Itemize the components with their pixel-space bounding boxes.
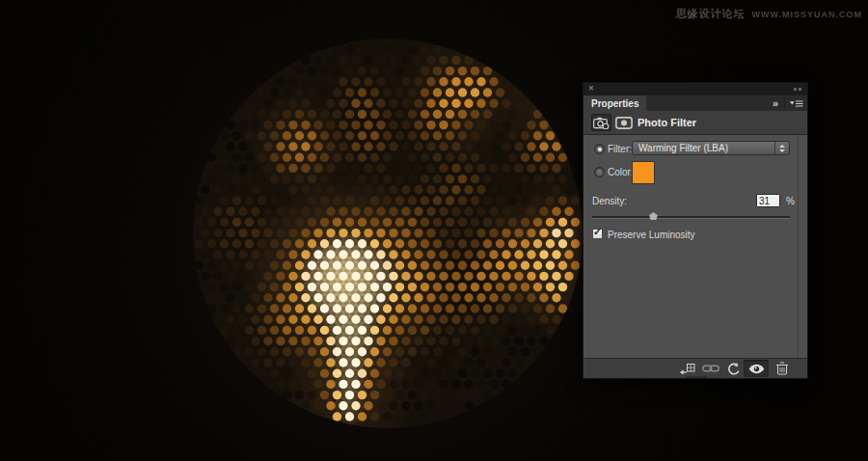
density-slider[interactable] xyxy=(592,210,790,224)
panel-titlebar[interactable]: × xyxy=(583,83,807,95)
preserve-luminosity-checkbox[interactable]: ✓ xyxy=(592,229,603,239)
watermark: 思缘设计论坛 WWW.MISSYUAN.COM xyxy=(676,7,863,21)
density-input[interactable] xyxy=(756,194,780,207)
visibility-button[interactable] xyxy=(744,360,769,377)
color-swatch[interactable] xyxy=(632,161,655,184)
density-label: Density: xyxy=(592,196,627,206)
tab-properties[interactable]: Properties xyxy=(583,95,646,111)
filter-dropdown-value: Warming Filter (LBA) xyxy=(633,143,774,153)
watermark-site-name: 思缘设计论坛 xyxy=(676,7,746,21)
panel-resize-grip[interactable] xyxy=(686,376,707,378)
density-unit: % xyxy=(786,196,795,206)
layer-mask-icon xyxy=(615,117,633,129)
density-slider-track[interactable] xyxy=(592,216,790,219)
dropdown-arrows-icon xyxy=(774,142,789,154)
panel-header: Photo Filter xyxy=(583,111,807,135)
delete-button[interactable] xyxy=(772,359,793,378)
color-radio[interactable] xyxy=(594,167,605,177)
titlebar-grip-icon xyxy=(794,88,801,91)
collapse-panels-icon[interactable]: » xyxy=(773,96,778,110)
panel-tab-row: Properties » xyxy=(583,95,807,111)
tab-properties-label: Properties xyxy=(591,98,638,109)
filter-label: Filter: xyxy=(608,144,632,154)
preserve-luminosity-label: Preserve Luminosity xyxy=(608,230,695,240)
clip-to-layer-button[interactable] xyxy=(676,359,697,378)
panel-header-title: Photo Filter xyxy=(637,117,696,128)
filter-radio[interactable] xyxy=(594,144,605,154)
photoshop-workspace: 思缘设计论坛 WWW.MISSYUAN.COM × Properties » xyxy=(0,0,868,461)
panel-bottom-bar xyxy=(583,358,807,378)
close-icon[interactable]: × xyxy=(588,83,594,95)
color-label: Color: xyxy=(608,167,634,177)
watermark-site-url: WWW.MISSYUAN.COM xyxy=(752,10,863,19)
filter-dropdown[interactable]: Warming Filter (LBA) xyxy=(632,141,790,155)
panel-tab-controls: » xyxy=(773,95,803,111)
content-gutter xyxy=(798,135,799,358)
reset-button[interactable] xyxy=(724,359,744,378)
checkmark-icon: ✓ xyxy=(593,226,602,238)
link-button[interactable] xyxy=(700,359,721,378)
photo-filter-icon xyxy=(591,114,611,131)
panel-content: Filter: Warming Filter (LBA) Color: Dens… xyxy=(583,135,807,358)
panel-menu-icon[interactable] xyxy=(784,97,803,109)
properties-panel: × Properties » Photo Filter xyxy=(583,82,808,379)
